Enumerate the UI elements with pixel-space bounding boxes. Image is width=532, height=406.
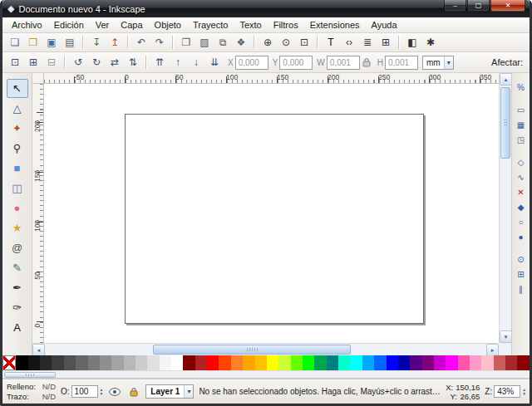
color-swatch[interactable] <box>267 355 278 370</box>
rotate-ccw-button[interactable]: ↺ <box>70 55 86 71</box>
horizontal-scrollbar[interactable]: ◂ ▸ <box>32 343 499 355</box>
raise-to-top-button[interactable]: ⇈ <box>151 55 168 71</box>
vertical-scroll-track[interactable] <box>500 86 511 330</box>
zoom-page-button[interactable]: ⊡ <box>296 35 313 51</box>
spiral-tool[interactable]: @ <box>7 238 28 257</box>
menu-ver[interactable]: Ver <box>90 18 116 32</box>
snap-nodes-button[interactable]: ◇ <box>514 155 529 169</box>
color-swatch[interactable] <box>16 355 27 370</box>
lower-button[interactable]: ↓ <box>188 55 204 71</box>
menu-trayecto[interactable]: Trayecto <box>187 18 234 32</box>
menu-ayuda[interactable]: Ayuda <box>366 18 403 32</box>
color-swatch[interactable] <box>171 355 183 370</box>
opacity-field[interactable]: 100 <box>71 385 98 398</box>
color-swatch[interactable] <box>255 355 267 370</box>
layers-dialog-button[interactable]: ≣ <box>359 35 376 51</box>
layer-dropdown[interactable]: Layer 1 ▾ <box>145 384 194 399</box>
menu-capa[interactable]: Capa <box>115 18 148 32</box>
rotate-cw-button[interactable]: ↻ <box>88 55 105 71</box>
snap-bbox-edges-button[interactable]: ▦ <box>514 118 529 132</box>
zoom-selection-button[interactable]: ⊕ <box>259 35 276 51</box>
scroll-right-button[interactable]: ▸ <box>486 344 499 356</box>
enable-snapping-button[interactable]: % <box>514 81 529 95</box>
duplicate-button[interactable]: ⧉ <box>214 35 231 51</box>
color-swatch[interactable] <box>195 355 207 370</box>
palette-scrollbar[interactable] <box>2 370 530 379</box>
new-document-button[interactable]: ❏ <box>7 35 23 51</box>
horizontal-scroll-track[interactable] <box>45 344 486 355</box>
import-button[interactable]: ↧ <box>88 35 105 51</box>
text-tool[interactable]: A <box>7 318 28 337</box>
fill-stroke-dialog-button[interactable]: ◧ <box>404 35 421 51</box>
select-all-button[interactable]: ⊡ <box>7 55 23 71</box>
horizontal-scroll-thumb[interactable] <box>153 345 351 355</box>
zoom-field[interactable]: 43% <box>494 385 520 398</box>
box3d-tool[interactable]: ◫ <box>7 179 28 198</box>
export-button[interactable]: ↥ <box>106 35 123 51</box>
color-swatch[interactable] <box>135 355 147 370</box>
color-swatch[interactable] <box>338 355 350 370</box>
color-swatch[interactable] <box>278 355 290 370</box>
color-swatch[interactable] <box>124 355 135 370</box>
select-all-layers-button[interactable]: ⊞ <box>25 55 42 71</box>
vertical-scroll-thumb[interactable] <box>500 87 510 159</box>
color-swatch[interactable] <box>100 355 111 370</box>
fill-stroke-indicator[interactable]: Relleno: N/D Trazo: N/D <box>7 382 56 402</box>
open-document-button[interactable]: ❒ <box>25 35 42 51</box>
titlebar[interactable]: ◆ Documento nuevo 4 - Inkscape – ▢ ✕ <box>2 0 530 17</box>
menu-extensiones[interactable]: Extensiones <box>304 18 366 32</box>
selector-tool[interactable]: ↖ <box>7 79 28 98</box>
color-swatch[interactable] <box>147 355 159 370</box>
snap-intersections-button[interactable]: ✕ <box>514 185 529 199</box>
color-swatch[interactable] <box>517 355 529 370</box>
color-swatch[interactable] <box>374 355 386 370</box>
color-swatch[interactable] <box>314 355 326 370</box>
save-button[interactable]: ▣ <box>43 35 60 51</box>
spin-down-icon[interactable]: ▾ <box>523 392 525 396</box>
color-swatch[interactable] <box>231 355 243 370</box>
color-swatch[interactable] <box>52 355 63 370</box>
undo-button[interactable]: ↶ <box>133 35 150 51</box>
color-swatch[interactable] <box>362 355 374 370</box>
lock-aspect-icon[interactable] <box>362 57 371 67</box>
snap-bbox-corners-button[interactable]: ◳ <box>514 133 529 147</box>
snap-centers-button[interactable]: ⊙ <box>514 252 529 267</box>
clone-button[interactable]: ❖ <box>233 35 249 51</box>
color-swatch[interactable] <box>111 355 123 370</box>
paste-button[interactable]: ▨ <box>196 35 213 51</box>
color-swatch[interactable] <box>494 355 505 370</box>
color-swatch[interactable] <box>422 355 434 370</box>
color-swatch[interactable] <box>458 355 470 370</box>
ellipse-tool[interactable]: ● <box>7 198 28 218</box>
color-swatch[interactable] <box>505 355 517 370</box>
color-swatch[interactable] <box>303 355 314 370</box>
color-swatch[interactable] <box>410 355 421 370</box>
snap-guides-button[interactable]: ∥ <box>514 282 529 296</box>
align-dialog-button[interactable]: ⊞ <box>377 35 394 51</box>
calligraphy-tool[interactable]: ✑ <box>7 298 28 317</box>
text-dialog-button[interactable]: T <box>323 35 339 51</box>
canvas[interactable] <box>44 84 499 343</box>
spin-down-icon[interactable]: ▾ <box>101 392 103 396</box>
color-swatch[interactable] <box>291 355 303 370</box>
spinner-icon[interactable]: ▴▾ <box>523 388 525 395</box>
color-swatch[interactable] <box>327 355 338 370</box>
vertical-ruler[interactable]: 200150100500 <box>32 84 44 343</box>
tweak-tool[interactable]: ✦ <box>7 119 28 138</box>
color-swatch[interactable] <box>481 355 493 370</box>
color-swatch[interactable] <box>434 355 446 370</box>
color-swatch[interactable] <box>207 355 219 370</box>
color-swatch[interactable] <box>40 355 52 370</box>
scroll-up-button[interactable]: ▴ <box>500 73 512 86</box>
menu-objeto[interactable]: Objeto <box>149 18 187 32</box>
raise-button[interactable]: ↑ <box>170 55 186 71</box>
horizontal-ruler[interactable]: -50050100150200250300350 <box>44 73 499 84</box>
color-swatch[interactable] <box>387 355 398 370</box>
pencil-tool[interactable]: ✎ <box>7 258 28 277</box>
chevron-down-icon[interactable]: ▾ <box>444 56 453 69</box>
color-swatch[interactable] <box>219 355 230 370</box>
no-color-swatch[interactable] <box>2 355 16 370</box>
preferences-button[interactable]: ✱ <box>422 35 439 51</box>
snap-grid-button[interactable]: ⊞ <box>514 267 529 281</box>
color-swatch[interactable] <box>160 355 171 370</box>
